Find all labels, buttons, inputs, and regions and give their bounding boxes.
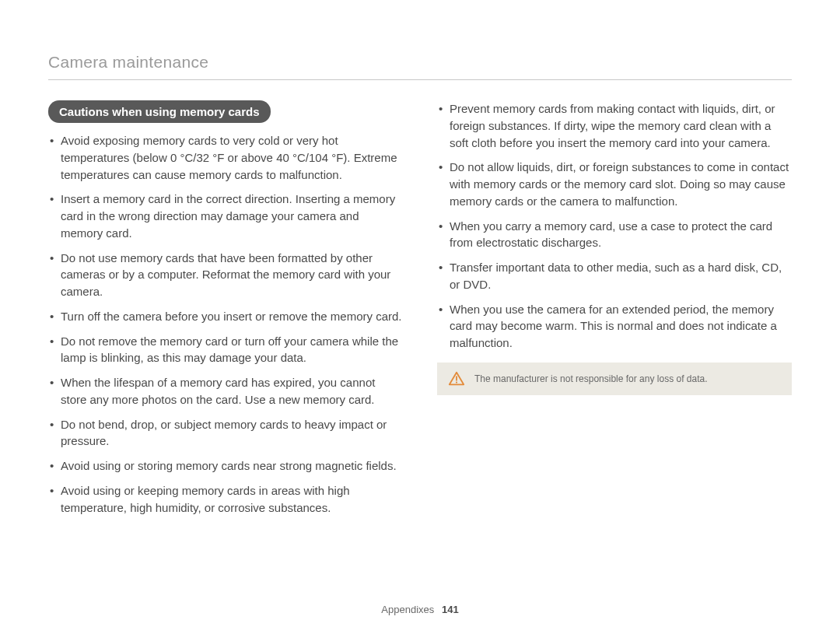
footer-section: Appendixes bbox=[381, 604, 434, 615]
warning-notice: The manufacturer is not responsible for … bbox=[437, 363, 792, 395]
document-page: Camera maintenance Cautions when using m… bbox=[0, 0, 840, 634]
right-column: Prevent memory cards from making contact… bbox=[437, 100, 792, 524]
right-bullet-list: Prevent memory cards from making contact… bbox=[437, 100, 792, 352]
list-item: When the lifespan of a memory card has e… bbox=[48, 374, 403, 408]
list-item: Do not use memory cards that have been f… bbox=[48, 250, 403, 300]
list-item: Do not bend, drop, or subject memory car… bbox=[48, 416, 403, 450]
left-column: Cautions when using memory cards Avoid e… bbox=[48, 100, 403, 524]
list-item: Avoid using or storing memory cards near… bbox=[48, 457, 403, 475]
page-title: Camera maintenance bbox=[48, 53, 792, 80]
svg-point-1 bbox=[456, 381, 457, 383]
left-bullet-list: Avoid exposing memory cards to very cold… bbox=[48, 132, 403, 516]
list-item: Insert a memory card in the correct dire… bbox=[48, 191, 403, 241]
page-number: 141 bbox=[442, 604, 459, 615]
list-item: Turn off the camera before you insert or… bbox=[48, 308, 403, 325]
warning-text: The manufacturer is not responsible for … bbox=[474, 373, 708, 384]
section-badge: Cautions when using memory cards bbox=[48, 100, 271, 123]
list-item: When you use the camera for an extended … bbox=[437, 301, 792, 352]
list-item: Avoid using or keeping memory cards in a… bbox=[48, 482, 403, 517]
content-columns: Cautions when using memory cards Avoid e… bbox=[48, 100, 792, 524]
list-item: Transfer important data to other media, … bbox=[437, 259, 792, 293]
list-item: Do not allow liquids, dirt, or foreign s… bbox=[437, 159, 792, 209]
list-item: Avoid exposing memory cards to very cold… bbox=[48, 132, 403, 183]
page-footer: Appendixes 141 bbox=[0, 604, 840, 615]
warning-icon bbox=[448, 370, 465, 387]
list-item: Prevent memory cards from making contact… bbox=[437, 100, 792, 151]
list-item: When you carry a memory card, use a case… bbox=[437, 218, 792, 252]
list-item: Do not remove the memory card or turn of… bbox=[48, 333, 403, 367]
